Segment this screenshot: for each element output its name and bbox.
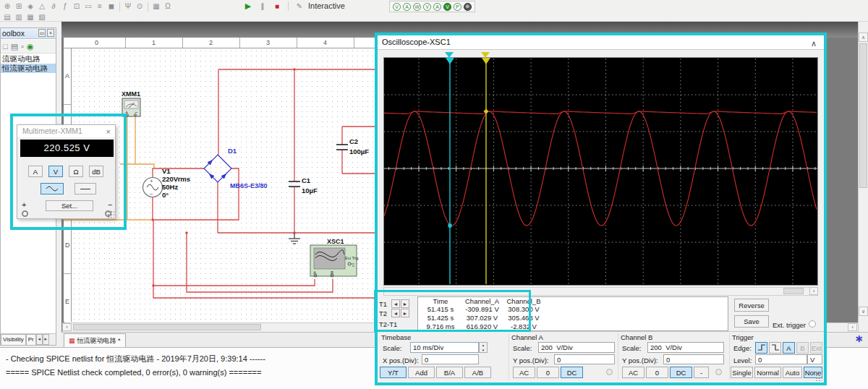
report-icon[interactable]: ▧ — [36, 12, 48, 22]
timebase-add-button[interactable]: Add — [408, 367, 435, 378]
place-transistor-icon[interactable]: △ — [36, 1, 48, 12]
place-component-icon[interactable]: ⊕ — [1, 1, 13, 12]
canvas-scroll-left-button[interactable]: ‹ — [62, 323, 72, 331]
channel-a-ac-button[interactable]: AC — [513, 367, 535, 378]
power-probe-icon[interactable]: W — [413, 3, 421, 11]
channel-a-dc-button[interactable]: DC — [561, 367, 583, 378]
trigger-edge-fall-button[interactable] — [769, 342, 781, 354]
toolbox-float-button[interactable]: ▭ — [38, 29, 46, 37]
disabled-sheet-icon[interactable]: ▫ — [21, 42, 24, 51]
timebase-scale-spinner[interactable]: ▲▼ — [479, 342, 488, 353]
scope-screen[interactable] — [383, 57, 818, 286]
probe-settings-icon[interactable]: ⊛ — [464, 3, 472, 11]
trigger-mode-auto-button[interactable]: Auto — [783, 367, 802, 378]
run-simulation-button[interactable]: ▶ — [242, 1, 254, 12]
digital-probe-icon[interactable]: V — [443, 3, 451, 11]
resize-grip[interactable] — [815, 374, 822, 381]
channel-b-scale-field[interactable]: 200 V/Div — [647, 342, 724, 353]
channel-a-ypos-field[interactable]: 0 — [554, 354, 615, 364]
place-indicator-icon[interactable]: ≡ — [94, 1, 106, 12]
trigger-mode-single-button[interactable]: Single — [731, 367, 753, 378]
canvas-h-scroll-thumb[interactable] — [73, 324, 261, 330]
place-analog-icon[interactable]: ∂ — [48, 1, 59, 12]
mode-button-db[interactable]: dB — [89, 166, 103, 177]
canvas-v-scrollbar[interactable]: ∧ ∨ — [858, 22, 868, 332]
collapse-button[interactable]: ∧ — [811, 37, 817, 51]
reverse-button[interactable]: Reverse — [734, 299, 769, 312]
cursor1-handle[interactable] — [445, 52, 454, 58]
current-probe-icon[interactable]: A — [403, 3, 411, 11]
component-xsc1[interactable]: Ext Trig A B XSC1 — [310, 238, 359, 277]
timebase-b/a-button[interactable]: B/A — [436, 367, 463, 378]
set-button[interactable]: Set... — [46, 200, 93, 211]
channel-a-scale-field[interactable]: 200 V/Div — [538, 342, 615, 353]
timebase-a/b-button[interactable]: A/B — [464, 367, 491, 378]
toolbox-item[interactable]: 流驱动电路 — [1, 54, 56, 64]
toolbox-tab-pr[interactable]: Pr — [26, 334, 36, 345]
trigger-mode-normal-button[interactable]: Normal — [754, 367, 781, 378]
oscilloscope-window[interactable]: Oscilloscope-XSC1 ∧ › T1◄►T2◄►T2-T1 Time… — [375, 33, 827, 385]
place-bus-icon[interactable]: Ω — [162, 1, 174, 12]
postprocessor-icon[interactable]: ▦ — [25, 12, 36, 22]
toolbox-close-button[interactable]: × — [47, 29, 54, 37]
channel-b-0-button[interactable]: 0 — [646, 367, 668, 378]
place-rf-icon[interactable]: ⊙ — [134, 1, 145, 12]
canvas-scroll-up-button[interactable]: ∧ — [859, 33, 868, 42]
place-diode-icon[interactable]: ◈ — [25, 1, 36, 12]
timebase-y/t-button[interactable]: Y/T — [380, 367, 407, 378]
trigger-level-unit[interactable]: V — [807, 354, 822, 364]
channel-b---button[interactable]: - — [694, 367, 709, 378]
stop-simulation-button[interactable]: ■ — [271, 1, 283, 12]
mode-button-a[interactable]: A — [28, 166, 43, 177]
toolbox-item[interactable]: 恒流驱动电路 — [1, 64, 56, 73]
scope-scroll-right-button[interactable]: › — [809, 287, 818, 295]
canvas-scroll-right-button[interactable]: › — [848, 323, 857, 331]
place-cmos-icon[interactable]: ⊡ — [71, 1, 82, 12]
tab-scroll-left-button[interactable]: ◄ — [36, 334, 43, 345]
channel-b-ypos-field[interactable]: 0 — [663, 354, 724, 364]
channel-b-dc-button[interactable]: DC — [670, 367, 692, 378]
phase-probe-icon[interactable]: P — [454, 3, 461, 11]
trigger-ext-button[interactable]: Ext — [810, 342, 822, 354]
place-ttl-icon[interactable]: ƒ — [59, 1, 71, 12]
canvas-v-scroll-thumb[interactable] — [859, 43, 867, 188]
multimeter-dialog[interactable]: Multimeter-XMM1 × 220.525 V AVΩdB + Set.… — [17, 124, 116, 219]
ground-symbol[interactable] — [289, 233, 300, 244]
open-folder-icon[interactable]: ▤ — [11, 42, 18, 51]
trigger-level-field[interactable]: 0 — [755, 354, 807, 364]
pause-simulation-button[interactable]: ∥ — [257, 1, 268, 12]
multimeter-close-button[interactable]: × — [106, 126, 111, 137]
toolbox-tab-visibility[interactable]: Visibility — [1, 334, 26, 345]
multimeter-positive-terminal[interactable] — [22, 210, 28, 217]
channel-a-0-button[interactable]: 0 — [537, 367, 559, 378]
timebase-xpos-field[interactable]: 0 — [422, 354, 479, 364]
timebase-scale-field[interactable]: 10 ms/Div — [410, 342, 479, 353]
trigger-edge-rise-button[interactable] — [755, 342, 767, 354]
trigger-a-button[interactable]: A — [783, 342, 795, 354]
oscilloscope-titlebar[interactable]: Oscilloscope-XSC1 ∧ — [378, 35, 824, 50]
resize-grip[interactable] — [107, 210, 114, 218]
place-power-icon[interactable]: ◼ — [106, 1, 117, 12]
ac-mode-button[interactable] — [41, 183, 64, 194]
interactive-mode-label[interactable]: Interactive — [308, 1, 345, 10]
grapher-icon[interactable]: ▤ — [1, 12, 13, 22]
cursor2-handle[interactable] — [481, 52, 490, 58]
scope-scroll-thumb[interactable] — [783, 288, 804, 294]
save-button[interactable]: Save — [734, 315, 769, 328]
mode-button-ω[interactable]: Ω — [69, 166, 83, 177]
component-c1[interactable]: C1 10µF — [289, 176, 318, 194]
analyses-icon[interactable]: ▥ — [13, 12, 25, 22]
place-source-icon[interactable]: Ψ — [122, 1, 134, 12]
mode-button-v[interactable]: V — [48, 166, 63, 177]
diff-voltage-probe-icon[interactable]: V — [423, 3, 431, 11]
current-clamp-probe-icon[interactable]: A — [433, 3, 441, 11]
snapshot-icon[interactable]: ◉ — [27, 42, 34, 51]
place-misc-icon[interactable]: ▭ — [82, 1, 94, 12]
component-xmm1[interactable]: + − XMM1 — [122, 90, 140, 116]
tab-scroll-right-button[interactable]: ► — [43, 334, 49, 345]
new-schematic-icon[interactable]: □ — [3, 42, 8, 51]
channel-b-ac-button[interactable]: AC — [622, 367, 644, 378]
component-v1[interactable]: + − V1 220Vrms 50Hz 0° — [143, 167, 191, 199]
ext-trigger-terminal[interactable] — [809, 320, 816, 328]
trigger-b-button[interactable]: B — [796, 342, 809, 354]
